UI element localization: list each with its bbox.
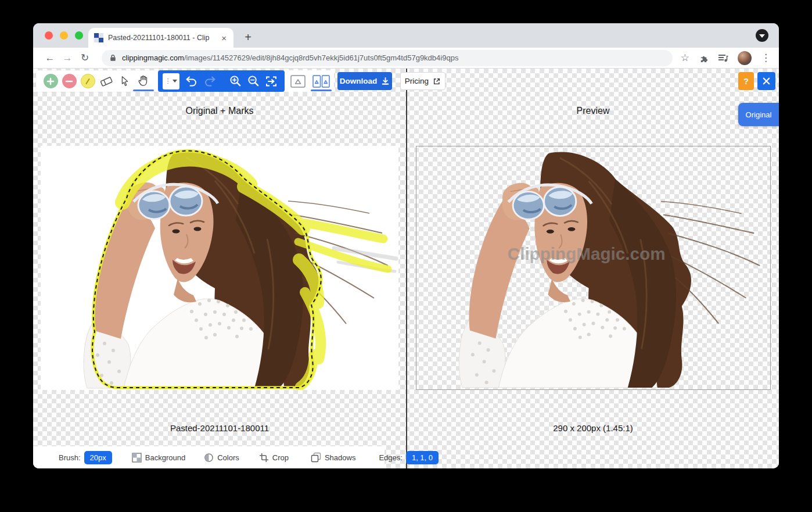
edges-value-button[interactable]: 1, 1, 0 bbox=[406, 451, 439, 464]
url-text: clippingmagic.com/images/114527629/edit/… bbox=[122, 53, 458, 62]
browser-menu-icon[interactable]: ⋮ bbox=[761, 52, 771, 64]
forward-button[interactable]: → bbox=[59, 52, 76, 64]
extensions-puzzle-icon[interactable] bbox=[699, 53, 709, 63]
url-domain: clippingmagic.com bbox=[122, 53, 184, 62]
original-toggle-label: Original bbox=[746, 110, 772, 119]
download-label: Download bbox=[340, 77, 378, 85]
image-name-caption: Pasted-20211101-180011 bbox=[33, 423, 406, 433]
redo-icon bbox=[203, 74, 217, 88]
close-window-button[interactable] bbox=[45, 31, 53, 40]
close-icon bbox=[762, 77, 771, 85]
remove-marker-tool[interactable] bbox=[60, 71, 78, 91]
fit-view-icon bbox=[264, 74, 278, 88]
selected-tool-indicator bbox=[133, 89, 154, 91]
edges-label: Edges: bbox=[379, 453, 402, 462]
pricing-button[interactable]: Pricing bbox=[400, 72, 445, 90]
zoom-out-button[interactable] bbox=[245, 71, 263, 91]
crop-icon bbox=[259, 453, 269, 463]
single-view-button[interactable] bbox=[289, 71, 307, 91]
browser-actions: ☆ ⋮ bbox=[681, 51, 771, 65]
tab-close-icon[interactable]: × bbox=[220, 33, 228, 43]
cursor-icon bbox=[118, 75, 131, 88]
minus-icon bbox=[62, 74, 77, 88]
show-original-toggle[interactable]: Original bbox=[738, 103, 779, 126]
tab-search-button[interactable] bbox=[756, 29, 768, 42]
bookmark-star-icon[interactable]: ☆ bbox=[681, 52, 689, 64]
keep-marker-tool[interactable] bbox=[42, 71, 59, 91]
close-editor-button[interactable] bbox=[757, 72, 775, 90]
panel-divider bbox=[406, 69, 407, 468]
reload-button[interactable]: ↻ bbox=[76, 52, 94, 64]
profile-avatar[interactable] bbox=[738, 51, 752, 65]
window-controls bbox=[45, 31, 83, 40]
browser-tab[interactable]: Pasted-20211101-180011 - Clip × bbox=[88, 28, 233, 48]
chevron-down-icon bbox=[759, 34, 765, 38]
select-tool[interactable] bbox=[116, 71, 134, 91]
split-view-icon bbox=[312, 75, 330, 88]
original-marks-image[interactable] bbox=[41, 146, 398, 390]
split-view-button[interactable] bbox=[312, 71, 330, 91]
watermark-text: ClippingMagic.com bbox=[508, 244, 666, 263]
background-label: Background bbox=[145, 453, 185, 462]
crop-button[interactable]: Crop bbox=[259, 453, 289, 463]
minimize-window-button[interactable] bbox=[60, 31, 68, 40]
settings-toolbar: Brush: 20px Background Colors bbox=[33, 446, 385, 468]
shadows-button[interactable]: Shadows bbox=[311, 452, 355, 463]
lock-icon bbox=[109, 53, 117, 62]
editor-canvas: Original + Marks Preview ClippingMagic.c… bbox=[33, 69, 779, 468]
plus-icon bbox=[44, 74, 58, 88]
new-tab-button[interactable]: + bbox=[240, 29, 256, 45]
brush-size-button[interactable]: 20px bbox=[84, 451, 112, 464]
zoom-window-button[interactable] bbox=[75, 31, 83, 40]
download-button[interactable]: Download bbox=[337, 72, 392, 90]
question-icon: ? bbox=[743, 77, 749, 86]
zoom-out-icon bbox=[247, 74, 260, 88]
background-checker-icon bbox=[132, 453, 142, 463]
tab-strip: Pasted-20211101-180011 - Clip × + bbox=[33, 23, 779, 48]
image-size-caption: 290 x 200px (1.45:1) bbox=[407, 423, 779, 433]
zoom-in-icon bbox=[229, 74, 242, 88]
crop-label: Crop bbox=[272, 453, 289, 462]
browser-toolbar: ← → ↻ clippingmagic.com/images/114527629… bbox=[33, 48, 779, 69]
view-mode-group bbox=[285, 70, 334, 92]
hair-marker-tool[interactable] bbox=[79, 71, 96, 91]
clippingmagic-favicon bbox=[94, 33, 103, 42]
colors-label: Colors bbox=[217, 453, 239, 462]
single-view-icon bbox=[290, 75, 306, 88]
kebab-icon: ⋮ bbox=[164, 77, 171, 85]
fit-view-button[interactable] bbox=[262, 71, 280, 91]
address-bar[interactable]: clippingmagic.com/images/114527629/edit/… bbox=[102, 50, 673, 66]
download-icon bbox=[381, 77, 390, 85]
shadows-icon bbox=[311, 452, 321, 463]
zoom-in-button[interactable] bbox=[227, 71, 245, 91]
undo-icon bbox=[185, 74, 199, 88]
right-panel-title: Preview bbox=[407, 106, 779, 116]
slash-icon bbox=[81, 74, 95, 88]
preview-image[interactable]: ClippingMagic.com bbox=[416, 146, 771, 390]
undo-button[interactable] bbox=[183, 71, 201, 91]
left-panel-title: Original + Marks bbox=[33, 106, 406, 116]
redo-button[interactable] bbox=[200, 71, 218, 91]
hand-icon bbox=[137, 74, 150, 88]
help-button[interactable]: ? bbox=[738, 72, 754, 90]
pan-tool[interactable] bbox=[135, 71, 152, 91]
action-toolbar-group: ⋮ bbox=[158, 70, 285, 92]
colors-button[interactable]: Colors bbox=[204, 453, 239, 463]
browser-window: Pasted-20211101-180011 - Clip × + ← → ↻ … bbox=[33, 23, 779, 468]
back-button[interactable]: ← bbox=[41, 52, 59, 64]
media-controls-icon[interactable] bbox=[718, 53, 728, 63]
eraser-icon bbox=[99, 74, 114, 88]
pricing-label: Pricing bbox=[405, 77, 429, 85]
colors-half-circle-icon bbox=[204, 453, 214, 463]
brush-label: Brush: bbox=[59, 453, 81, 462]
url-path: /images/114527629/edit/8jh84gcjq8rd5vh7e… bbox=[184, 53, 458, 62]
mark-tools-group bbox=[36, 70, 158, 92]
background-button[interactable]: Background bbox=[132, 453, 185, 463]
tab-title: Pasted-20211101-180011 - Clip bbox=[108, 34, 215, 42]
menu-dropdown-button[interactable]: ⋮ bbox=[163, 73, 179, 89]
chevron-down-icon bbox=[173, 80, 177, 83]
eraser-tool[interactable] bbox=[98, 71, 115, 91]
shadows-label: Shadows bbox=[325, 453, 355, 462]
selected-view-indicator bbox=[311, 89, 332, 91]
external-link-icon bbox=[433, 77, 441, 85]
